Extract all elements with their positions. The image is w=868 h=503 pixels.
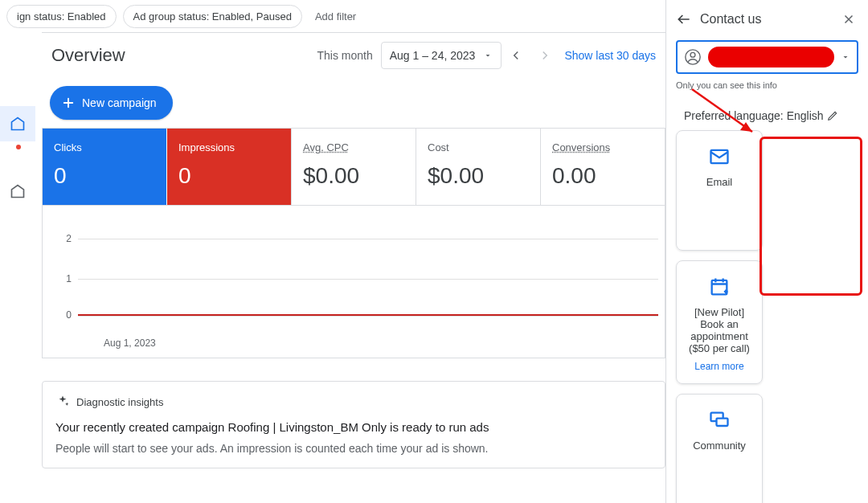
email-label: Email — [706, 176, 733, 188]
svg-point-1 — [690, 52, 695, 57]
email-card[interactable]: Email — [676, 130, 763, 251]
filter-chip-adgroup[interactable]: Ad group status: Enabled, Paused — [123, 5, 302, 28]
main-panel: Overview This month Aug 1 – 24, 2023 Sho… — [42, 32, 665, 503]
metric-value: 0 — [54, 163, 155, 189]
metric-label: Conversions — [552, 141, 653, 153]
month-label: This month — [317, 49, 372, 62]
metric-value: $0.00 — [428, 163, 529, 189]
diagnostic-subtitle: People will start to see your ads. An im… — [55, 442, 652, 455]
house-icon — [10, 183, 26, 199]
account-selector[interactable] — [676, 40, 858, 74]
metric-impressions[interactable]: Impressions 0 — [167, 129, 291, 205]
filter-chip-campaign[interactable]: ign status: Enabled — [6, 5, 117, 28]
chart-tick: 2 — [55, 233, 78, 244]
chevron-left-icon — [509, 48, 523, 63]
caret-down-icon — [841, 52, 850, 62]
diagnostic-insights-label: Diagnostic insights — [76, 396, 163, 408]
metric-clicks[interactable]: Clicks 0 — [43, 129, 167, 205]
pencil-icon — [827, 110, 838, 121]
metric-label: Cost — [428, 141, 529, 153]
metric-label: Clicks — [54, 141, 155, 153]
panel-title: Contact us — [700, 12, 761, 27]
sparkle-icon — [55, 395, 70, 409]
add-filter[interactable]: Add filter — [309, 6, 362, 27]
highlight-annotation — [760, 137, 862, 296]
calendar-add-icon — [708, 276, 731, 298]
diagnostic-title: Your recently created campaign Roofing |… — [55, 420, 652, 434]
metric-value: 0 — [178, 163, 280, 189]
date-range-text: Aug 1 – 24, 2023 — [390, 49, 476, 62]
prev-period[interactable] — [502, 41, 530, 70]
date-range-picker[interactable]: Aug 1 – 24, 2023 — [381, 42, 502, 69]
metric-conversions[interactable]: Conversions 0.00 — [540, 129, 665, 205]
new-campaign-label: New campaign — [82, 96, 157, 109]
back-arrow-icon[interactable] — [676, 11, 692, 27]
metric-value: 0.00 — [552, 163, 653, 189]
home-icon — [10, 116, 26, 132]
book-appointment-card[interactable]: [New Pilot] Book an appointment ($50 per… — [676, 260, 763, 384]
close-icon — [841, 12, 856, 27]
metric-cost[interactable]: Cost $0.00 — [416, 129, 540, 205]
svg-rect-5 — [717, 419, 728, 426]
metrics-row: Clicks 0 Impressions 0 Avg. CPC $0.00 Co… — [42, 128, 665, 206]
chart-area: 2 1 0 Aug 1, 2023 — [42, 206, 665, 358]
metric-cpc[interactable]: Avg. CPC $0.00 — [291, 129, 416, 205]
arrow-annotation — [688, 85, 762, 141]
new-campaign-button[interactable]: New campaign — [50, 86, 173, 120]
chart-tick: 1 — [55, 273, 78, 284]
chart-x-label: Aug 1, 2023 — [104, 337, 658, 349]
show-last-30[interactable]: Show last 30 days — [564, 49, 656, 62]
learn-more-link[interactable]: Learn more — [694, 361, 743, 372]
metric-label: Impressions — [178, 141, 280, 153]
community-label: Community — [693, 440, 746, 452]
plus-icon — [61, 96, 76, 110]
diagnostic-card: Diagnostic insights Your recently create… — [42, 381, 665, 468]
rail-item-2[interactable] — [0, 174, 35, 209]
community-icon — [708, 409, 731, 431]
overview-header: Overview This month Aug 1 – 24, 2023 Sho… — [42, 33, 665, 78]
email-icon — [708, 145, 731, 168]
community-card[interactable]: Community — [676, 394, 763, 503]
chevron-right-icon — [538, 48, 552, 63]
left-rail — [0, 32, 35, 503]
close-button[interactable] — [839, 10, 858, 29]
page-title: Overview — [51, 45, 125, 66]
chart-tick: 0 — [55, 309, 78, 321]
metric-value: $0.00 — [303, 163, 404, 189]
metric-label: Avg. CPC — [303, 141, 404, 153]
rail-overview[interactable] — [0, 106, 35, 141]
next-period[interactable] — [530, 41, 559, 70]
account-redacted — [708, 47, 834, 67]
book-label: [New Pilot] Book an appointment ($50 per… — [683, 306, 755, 354]
person-icon — [684, 48, 702, 66]
caret-down-icon — [483, 51, 493, 60]
svg-line-6 — [692, 89, 752, 132]
notification-dot — [16, 145, 21, 149]
